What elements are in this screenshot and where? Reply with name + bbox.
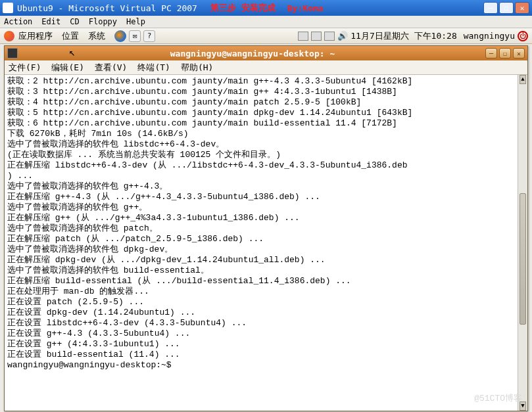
- vpc-menu-action[interactable]: Action: [4, 17, 32, 26]
- terminal-menu-file[interactable]: 文件(F): [9, 62, 41, 74]
- terminal-menu-edit[interactable]: 编辑(E): [51, 62, 84, 74]
- terminal-line: 选中了曾被取消选择的软件包 g++-4.3。: [7, 181, 525, 192]
- panel-menu-places[interactable]: 位置: [62, 30, 79, 42]
- terminal-line: 正在解压缩 g++ (从 .../g++_4%3a4.3.3-1ubuntu1_…: [7, 213, 525, 223]
- terminal-menu-view[interactable]: 查看(V): [95, 62, 127, 74]
- vpc-menubar: Action Edit CD Floppy Help: [0, 16, 532, 28]
- terminal-maximize-button[interactable]: ☐: [499, 48, 511, 58]
- terminal-line: 选中了曾被取消选择的软件包 libstdc++6-4.3-dev。: [7, 139, 525, 150]
- terminal-line: 正在设置 build-essential (11.4) ...: [7, 350, 525, 360]
- gnome-top-panel: 应用程序 位置 系统 ✉ ? 🔊 11月7日星期六 下午10:28 wangni…: [0, 28, 532, 44]
- terminal-line: 正在设置 libstdc++6-4.3-dev (4.3.3-5ubuntu4)…: [7, 318, 525, 329]
- maximize-button[interactable]: ☐: [499, 2, 514, 14]
- terminal-line: 正在设置 patch (2.5.9-5) ...: [7, 297, 525, 308]
- power-icon[interactable]: ⏻: [518, 31, 528, 41]
- terminal-line: 正在设置 g++ (4:4.3.3-1ubuntu1) ...: [7, 339, 525, 350]
- terminal-line: 正在解压缩 libstdc++6-4.3-dev (从 .../libstdc+…: [7, 160, 525, 171]
- terminal-line: 正在解压缩 g++-4.3 (从 .../g++-4.3_4.3.3-5ubun…: [7, 192, 525, 202]
- vpc-title: Ubuntu9 - Microsoft Virtual PC 2007: [17, 3, 197, 13]
- terminal-line: 获取：6 http://cn.archive.ubuntu.com jaunty…: [7, 118, 525, 129]
- terminal-menu-terminal[interactable]: 终端(T): [137, 62, 170, 74]
- terminal-line: 正在解压缩 build-essential (从 .../build-essen…: [7, 276, 525, 286]
- terminal-line: 获取：3 http://cn.archive.ubuntu.com jaunty…: [7, 87, 525, 97]
- terminal-title: wangningyu@wangningyu-desktop: ~: [22, 49, 483, 58]
- terminal-menu-help[interactable]: 帮助(H): [181, 62, 213, 74]
- vpc-menu-floppy[interactable]: Floppy: [89, 17, 117, 26]
- terminal-window: wangningyu@wangningyu-desktop: ~ ─ ☐ ✕ 文…: [4, 45, 528, 411]
- terminal-line: 获取：2 http://cn.archive.ubuntu.com jaunty…: [7, 76, 525, 87]
- terminal-line: wangningyu@wangningyu-desktop:~$: [7, 360, 525, 371]
- terminal-minimize-button[interactable]: ─: [485, 48, 497, 58]
- panel-menu-system[interactable]: 系统: [88, 30, 105, 42]
- terminal-line: ) ...: [7, 171, 525, 181]
- terminal-line: 下载 6270kB，耗时 7min 10s (14.6kB/s): [7, 129, 525, 139]
- terminal-line: 选中了曾被取消选择的软件包 build-essential。: [7, 265, 525, 276]
- close-button[interactable]: ✕: [515, 2, 529, 14]
- terminal-menubar: 文件(F) 编辑(E) 查看(V) 终端(T) 帮助(H): [5, 60, 527, 75]
- watermark-text: @51CTO博客: [474, 394, 522, 404]
- terminal-line: 选中了曾被取消选择的软件包 patch。: [7, 223, 525, 234]
- minimize-button[interactable]: ─: [483, 2, 498, 14]
- help-icon[interactable]: ?: [143, 30, 155, 42]
- panel-menu-applications[interactable]: 应用程序: [18, 30, 53, 42]
- tray-icon-3[interactable]: [324, 32, 335, 41]
- terminal-line: (正在读取数据库 ... 系统当前总共安装有 100125 个文件和目录。): [7, 150, 525, 160]
- scrollbar-thumb[interactable]: [520, 193, 526, 325]
- mail-icon[interactable]: ✉: [129, 30, 141, 42]
- terminal-line: 选中了曾被取消选择的软件包 dpkg-dev。: [7, 244, 525, 255]
- annotation-author: By:Koma: [287, 3, 324, 13]
- terminal-line: 正在设置 dpkg-dev (1.14.24ubuntu1) ...: [7, 308, 525, 318]
- vpc-titlebar: Ubuntu9 - Microsoft Virtual PC 2007 第三步 …: [0, 0, 532, 16]
- ubuntu-logo-icon[interactable]: [4, 31, 14, 41]
- terminal-line: 正在处理用于 man-db 的触发器...: [7, 286, 525, 297]
- terminal-line: 获取：4 http://cn.archive.ubuntu.com jaunty…: [7, 97, 525, 108]
- vpc-menu-cd[interactable]: CD: [70, 17, 79, 26]
- terminal-line: 获取：5 http://cn.archive.ubuntu.com jaunty…: [7, 108, 525, 118]
- scrollbar-up-arrow[interactable]: ▲: [520, 75, 526, 84]
- vpc-window-controls: ─ ☐ ✕: [483, 2, 529, 14]
- firefox-icon[interactable]: [114, 30, 126, 42]
- vpc-app-icon: [3, 3, 13, 13]
- terminal-line: 正在解压缩 dpkg-dev (从 .../dpkg-dev_1.14.24ub…: [7, 255, 525, 265]
- tray-icon-1[interactable]: [298, 32, 308, 41]
- terminal-line: 选中了曾被取消选择的软件包 g++。: [7, 202, 525, 213]
- terminal-app-icon: [7, 48, 18, 58]
- terminal-line: 正在设置 g++-4.3 (4.3.3-5ubuntu4) ...: [7, 329, 525, 339]
- terminal-close-button[interactable]: ✕: [513, 48, 525, 58]
- vpc-menu-edit[interactable]: Edit: [41, 17, 60, 26]
- terminal-scrollbar[interactable]: ▲ ▼: [518, 75, 527, 411]
- terminal-line: 正在解压缩 patch (从 .../patch_2.5.9-5_i386.de…: [7, 234, 525, 244]
- panel-clock[interactable]: 11月7日星期六 下午10:28: [351, 30, 456, 42]
- annotation-step: 第三步 安装完成: [210, 2, 276, 14]
- terminal-titlebar[interactable]: wangningyu@wangningyu-desktop: ~ ─ ☐ ✕: [5, 46, 527, 60]
- tray-icon-2[interactable]: [311, 32, 322, 41]
- vpc-menu-help[interactable]: Help: [126, 17, 145, 26]
- panel-username[interactable]: wangningyu: [464, 31, 515, 41]
- volume-icon[interactable]: 🔊: [337, 31, 348, 41]
- terminal-output[interactable]: 获取：2 http://cn.archive.ubuntu.com jaunty…: [5, 75, 527, 411]
